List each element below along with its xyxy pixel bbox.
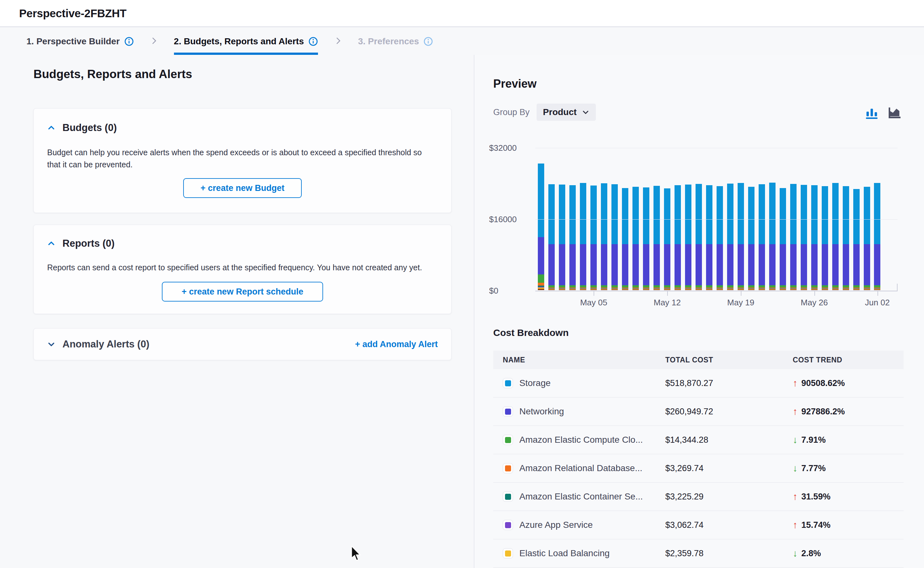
chart-bar[interactable] xyxy=(706,185,713,290)
chart-bars xyxy=(536,147,883,290)
bar-segment-storage xyxy=(559,184,565,245)
column-header-cost-trend[interactable]: COST TREND xyxy=(793,356,904,364)
chart-bar[interactable] xyxy=(580,183,586,290)
chart-bar[interactable] xyxy=(643,187,649,290)
chart-bar[interactable] xyxy=(548,184,555,290)
table-row[interactable]: Networking$260,949.72↑927886.2% xyxy=(493,397,904,426)
bar-segment-other xyxy=(548,289,555,290)
bar-segment-ec2 xyxy=(622,285,628,287)
bar-chart-icon[interactable] xyxy=(865,105,879,119)
chart-bar-slot xyxy=(725,147,736,290)
table-row[interactable]: Elastic Load Balancing$2,359.78↓2.8% xyxy=(493,539,904,568)
bar-segment-storage xyxy=(780,188,786,244)
gridline xyxy=(535,219,898,220)
chart-bar[interactable] xyxy=(538,163,544,290)
bar-segment-storage xyxy=(590,186,597,244)
gridline xyxy=(535,291,898,292)
chart-bar[interactable] xyxy=(622,188,628,290)
chart-bar[interactable] xyxy=(874,183,880,290)
chevron-up-icon[interactable] xyxy=(47,239,56,248)
chart-bar[interactable] xyxy=(601,183,607,290)
chart-bar-slot xyxy=(851,147,862,290)
info-icon[interactable] xyxy=(124,37,134,46)
bar-segment-networking xyxy=(643,244,649,285)
chart-bar[interactable] xyxy=(685,184,692,290)
cell-cost-trend: ↑31.59% xyxy=(793,491,904,502)
column-header-total-cost[interactable]: TOTAL COST xyxy=(665,356,793,364)
create-budget-button[interactable]: + create new Budget xyxy=(183,178,302,198)
chart-bar[interactable] xyxy=(633,187,639,290)
cell-total-cost: $14,344.28 xyxy=(665,435,793,445)
bar-segment-storage xyxy=(569,185,576,244)
chart-bar[interactable] xyxy=(811,185,818,290)
chart-bar[interactable] xyxy=(738,183,744,290)
chart-bar[interactable] xyxy=(822,186,828,290)
reports-card-title[interactable]: Reports (0) xyxy=(62,238,115,249)
bar-segment-storage xyxy=(864,187,870,245)
chart-bar[interactable] xyxy=(780,188,786,290)
chart-bar[interactable] xyxy=(654,186,660,290)
bar-segment-other xyxy=(822,289,828,290)
info-icon[interactable] xyxy=(308,37,318,46)
chart-bar[interactable] xyxy=(675,185,681,290)
chart-bar-slot xyxy=(651,147,662,290)
chart-bar[interactable] xyxy=(832,183,839,290)
trend-up-icon: ↑ xyxy=(793,520,797,530)
series-color-swatch xyxy=(503,406,513,417)
chart-bar[interactable] xyxy=(769,183,776,290)
bar-segment-networking xyxy=(853,244,860,285)
bar-segment-other xyxy=(633,289,639,290)
tab-perspective-builder[interactable]: 1. Perspective Builder xyxy=(26,28,134,55)
chart-bar-slot xyxy=(693,147,704,290)
table-row[interactable]: Amazon Elastic Compute Clo...$14,344.28↓… xyxy=(493,426,904,454)
groupby-dropdown[interactable]: Product xyxy=(537,104,596,121)
wizard-tabbar: 1. Perspective Builder 2. Budgets, Repor… xyxy=(0,28,924,55)
chart-bar-slot xyxy=(704,147,714,290)
chart-bar-slot xyxy=(778,147,788,290)
chart-bar[interactable] xyxy=(696,184,702,290)
chart-bar[interactable] xyxy=(717,186,723,290)
add-anomaly-alert-link[interactable]: + add Anomaly Alert xyxy=(355,340,438,349)
tab-label: 3. Preferences xyxy=(358,36,419,47)
chart-bar[interactable] xyxy=(864,187,870,290)
table-row[interactable]: Amazon Elastic Container Se...$3,225.29↑… xyxy=(493,483,904,511)
create-report-schedule-button[interactable]: + create new Report schedule xyxy=(162,282,323,302)
bar-segment-other xyxy=(675,289,681,290)
tab-preferences[interactable]: 3. Preferences xyxy=(358,28,433,55)
area-chart-icon[interactable] xyxy=(888,105,902,119)
table-row[interactable]: Amazon Relational Database...$3,269.74↓7… xyxy=(493,454,904,483)
chart-bar-slot xyxy=(557,147,567,290)
table-row[interactable]: Storage$518,870.27↑90508.62% xyxy=(493,369,904,397)
chart-bar[interactable] xyxy=(590,186,597,290)
bar-segment-other xyxy=(538,289,544,290)
chart-bar[interactable] xyxy=(853,189,860,290)
trend-down-icon: ↓ xyxy=(793,463,797,474)
cell-total-cost: $2,359.78 xyxy=(665,548,793,559)
chart-bar[interactable] xyxy=(748,187,755,290)
chart-bar[interactable] xyxy=(727,184,734,290)
chart-bar[interactable] xyxy=(801,185,807,290)
chevron-down-icon[interactable] xyxy=(47,340,56,348)
chart-bar[interactable] xyxy=(759,184,765,290)
tab-budgets-reports-alerts[interactable]: 2. Budgets, Reports and Alerts xyxy=(174,28,318,55)
column-header-name[interactable]: NAME xyxy=(493,356,665,364)
bar-segment-ec2 xyxy=(538,275,544,283)
chart-bar-slot xyxy=(736,147,746,290)
chart-bar[interactable] xyxy=(559,184,565,290)
section-heading: Budgets, Reports and Alerts xyxy=(33,68,192,81)
trend-value: 7.77% xyxy=(801,464,826,473)
budgets-card-title[interactable]: Budgets (0) xyxy=(62,122,117,134)
chart-bar[interactable] xyxy=(569,185,576,290)
info-icon[interactable] xyxy=(424,37,433,46)
bar-segment-other xyxy=(759,289,765,290)
axis-endcap xyxy=(897,284,898,292)
table-row[interactable]: Azure App Service$3,062.74↑15.74% xyxy=(493,511,904,539)
bar-segment-storage xyxy=(685,184,692,244)
chart-bar[interactable] xyxy=(843,186,849,290)
bar-segment-ec2 xyxy=(811,285,818,287)
chart-bar[interactable] xyxy=(612,184,618,290)
chart-bar[interactable] xyxy=(790,184,797,290)
chevron-up-icon[interactable] xyxy=(47,124,56,132)
chart-bar[interactable] xyxy=(664,188,670,290)
anomaly-card-title[interactable]: Anomaly Alerts (0) xyxy=(62,338,149,350)
